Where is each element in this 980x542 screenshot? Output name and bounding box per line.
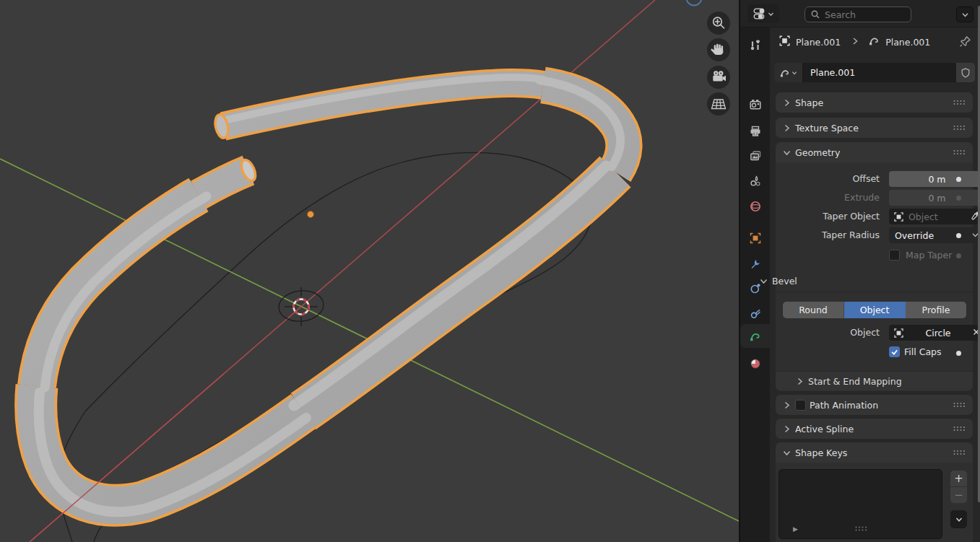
tab-view-layer[interactable] bbox=[740, 144, 770, 167]
fill-caps-checkbox[interactable] bbox=[889, 346, 900, 357]
tab-tool[interactable] bbox=[740, 33, 770, 57]
taper-radius-dropdown[interactable]: Override bbox=[889, 227, 980, 243]
zoom-gizmo[interactable] bbox=[707, 12, 730, 35]
tube-body[interactable] bbox=[36, 83, 624, 505]
chevron-down-icon bbox=[768, 11, 774, 17]
extrude-decorator-dot[interactable] bbox=[956, 196, 961, 201]
subpanel-title: Start & End Mapping bbox=[808, 376, 902, 387]
viewport-canvas bbox=[0, 0, 739, 542]
datablock-name-input[interactable]: Plane.001 bbox=[803, 63, 956, 82]
list-resize-grip-icon[interactable] bbox=[854, 523, 867, 534]
path-animation-checkbox[interactable] bbox=[795, 400, 806, 411]
tube-outline bbox=[36, 83, 624, 505]
shape-keys-list[interactable]: ▶ bbox=[779, 469, 942, 539]
fake-user-button[interactable] bbox=[956, 63, 975, 82]
taper-radius-decorator-dot[interactable] bbox=[956, 233, 961, 238]
drag-grip-icon[interactable] bbox=[953, 400, 966, 411]
map-taper-decorator-dot[interactable] bbox=[956, 253, 961, 258]
search-input[interactable]: Search bbox=[805, 6, 911, 22]
chevron-down-icon bbox=[782, 148, 792, 157]
panel-title: Shape Keys bbox=[795, 447, 847, 458]
properties-editor-icon bbox=[753, 8, 766, 19]
chevron-down-icon bbox=[792, 70, 797, 76]
bevel-tab-profile[interactable]: Profile bbox=[906, 302, 966, 318]
drag-grip-icon[interactable] bbox=[953, 424, 966, 434]
object-origin-dot[interactable] bbox=[308, 211, 314, 218]
fill-caps-row: Fill Caps bbox=[776, 346, 973, 362]
3d-viewport[interactable] bbox=[0, 0, 739, 542]
chevron-right-icon bbox=[782, 123, 792, 133]
panel-shape-header[interactable]: Shape bbox=[776, 92, 973, 113]
datablock-type-dropdown[interactable] bbox=[774, 63, 803, 82]
pan-gizmo[interactable] bbox=[707, 38, 730, 61]
camera-view-gizmo[interactable] bbox=[707, 66, 730, 89]
taper-object-placeholder: Object bbox=[909, 211, 938, 222]
navigate-gizmo-ball[interactable] bbox=[687, 0, 702, 6]
properties-header: Search bbox=[740, 0, 980, 27]
pin-icon[interactable] bbox=[958, 35, 972, 51]
divider bbox=[776, 292, 973, 292]
shape-key-specials-menu[interactable] bbox=[950, 510, 967, 528]
bevel-object-field[interactable]: Circle bbox=[889, 325, 980, 341]
tab-scene[interactable] bbox=[740, 169, 770, 193]
panel-shape-keys-header[interactable]: Shape Keys bbox=[776, 442, 973, 463]
subpanel-start-end-mapping-header[interactable]: Start & End Mapping bbox=[776, 371, 973, 390]
chevron-right-icon bbox=[782, 401, 792, 410]
panel-geometry-header[interactable]: Geometry bbox=[776, 142, 973, 162]
orthographic-gizmo[interactable] bbox=[707, 92, 730, 115]
header-menu-button[interactable] bbox=[956, 6, 974, 22]
tab-material[interactable] bbox=[740, 351, 770, 375]
offset-decorator-dot[interactable] bbox=[956, 177, 961, 182]
blender-window: Search bbox=[0, 0, 980, 542]
chevron-right-icon bbox=[851, 37, 859, 48]
chevron-down-icon bbox=[782, 448, 792, 458]
breadcrumb-data-name[interactable]: Plane.001 bbox=[885, 37, 930, 48]
subpanel-bevel-header[interactable]: Bevel bbox=[759, 276, 797, 287]
drag-grip-icon[interactable] bbox=[953, 123, 966, 134]
chevron-right-icon bbox=[782, 424, 792, 434]
bevel-tab-round[interactable]: Round bbox=[783, 302, 844, 318]
taper-object-field[interactable]: Object bbox=[889, 209, 980, 224]
panel-texture-space-header[interactable]: Texture Space bbox=[776, 118, 973, 138]
drag-grip-icon[interactable] bbox=[953, 447, 966, 458]
curve-data-icon bbox=[749, 330, 762, 343]
search-placeholder: Search bbox=[825, 9, 856, 20]
chevron-right-icon bbox=[795, 377, 805, 386]
tab-modifiers[interactable] bbox=[740, 251, 770, 275]
bevel-object-row: Object Circle bbox=[776, 325, 973, 341]
physics-icon bbox=[749, 307, 762, 320]
chevron-down-icon bbox=[955, 515, 963, 524]
offset-field[interactable]: 0 m bbox=[889, 171, 980, 187]
extrude-row: Extrude 0 m bbox=[776, 190, 973, 206]
bevel-tab-object[interactable]: Object bbox=[844, 302, 906, 318]
panel-title: Path Animation bbox=[810, 400, 878, 411]
fill-caps-decorator-dot[interactable] bbox=[956, 351, 961, 356]
tab-object-data[interactable] bbox=[740, 324, 770, 348]
panel-active-spline-header[interactable]: Active Spline bbox=[776, 419, 973, 439]
chevron-down-icon bbox=[759, 276, 768, 286]
tube-highlight bbox=[39, 77, 620, 512]
shape-key-add-button[interactable]: + bbox=[950, 471, 967, 486]
drag-grip-icon[interactable] bbox=[953, 147, 966, 158]
tab-physics[interactable] bbox=[740, 302, 770, 325]
tab-render[interactable] bbox=[740, 92, 770, 116]
shield-icon bbox=[960, 67, 971, 79]
breadcrumb-object-name[interactable]: Plane.001 bbox=[796, 37, 841, 48]
filter-expand-icon[interactable]: ▶ bbox=[793, 525, 798, 533]
panel-path-animation-header[interactable]: Path Animation bbox=[776, 395, 973, 415]
render-icon bbox=[749, 98, 762, 111]
tab-output[interactable] bbox=[740, 119, 770, 143]
extrude-field[interactable]: 0 m bbox=[889, 190, 980, 206]
tab-object[interactable] bbox=[740, 226, 770, 250]
tab-world[interactable] bbox=[740, 194, 770, 218]
check-icon bbox=[890, 348, 898, 356]
wrench-icon bbox=[749, 257, 762, 270]
drag-grip-icon[interactable] bbox=[953, 97, 966, 108]
chevron-down-icon bbox=[961, 11, 969, 19]
map-taper-checkbox[interactable] bbox=[889, 250, 900, 261]
search-icon bbox=[810, 9, 820, 19]
curve-data-icon bbox=[868, 35, 880, 49]
shape-key-remove-button[interactable]: − bbox=[950, 487, 967, 503]
extrude-label: Extrude bbox=[844, 190, 880, 206]
editor-type-button[interactable] bbox=[747, 4, 779, 23]
